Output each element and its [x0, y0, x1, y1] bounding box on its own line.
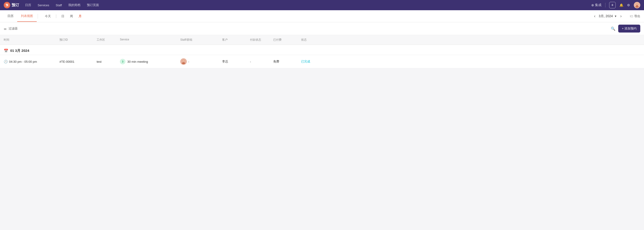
date-group-march-01: 📅 01 3月 2024 — [0, 45, 644, 55]
next-month-button[interactable]: › — [619, 13, 623, 20]
nav-divider — [605, 3, 606, 8]
month-label: 3月, 2024 — [599, 14, 613, 18]
view-day[interactable]: 日 — [60, 13, 66, 19]
booking-id: #TE-00001 — [60, 60, 97, 64]
add-button[interactable]: + — [609, 2, 616, 8]
prev-month-button[interactable]: ‹ — [593, 13, 597, 20]
booking-customer: 李总 — [222, 60, 250, 64]
month-nav-group: ‹ 3月, 2024 ▼ › ↑□ 导出 — [593, 13, 640, 20]
nav-staff[interactable]: Staff — [55, 2, 62, 8]
booking-service-cell: 3 30 min meeting — [120, 59, 180, 64]
export-button[interactable]: ↑□ 导出 — [630, 14, 640, 18]
col-header-actions — [324, 37, 334, 43]
nav-calendar[interactable]: 日历 — [25, 2, 32, 8]
filter-bar: ⚌ 过滤器 🔍 + 添加预约 — [0, 22, 644, 35]
booking-service-name: 30 min meeting — [127, 60, 148, 64]
col-header-payment-status: 付款状态 — [250, 37, 273, 43]
integration-label: 集成 — [595, 3, 602, 7]
col-header-workspace: 工作区 — [97, 37, 120, 43]
tab-list-view[interactable]: 列表视图 — [17, 11, 37, 22]
col-header-time: 时间 — [4, 37, 60, 43]
filter-left-area: ⚌ 过滤器 — [4, 26, 18, 31]
booking-time: 04:30 pm - 05:00 pm — [9, 60, 37, 64]
col-header-staff: Staff/群组 — [180, 37, 222, 43]
booking-payment-status: - — [250, 60, 273, 64]
col-header-status: 状态 — [301, 37, 324, 43]
svg-point-5 — [182, 62, 185, 64]
main-content: 时间 预订ID 工作区 Service Staff/群组 客户 付款状态 已付费… — [0, 35, 644, 230]
filter-right-area: 🔍 + 添加预约 — [611, 25, 640, 32]
filter-label[interactable]: 过滤器 — [8, 26, 18, 31]
view-today[interactable]: 今天 — [44, 13, 52, 19]
svg-point-6 — [183, 60, 184, 62]
clock-icon: 🕓 — [4, 60, 8, 64]
notifications-icon[interactable]: 🔔 — [619, 3, 623, 7]
topnav-right-area: ⊕ 集成 + 🔔 ⚙ — [591, 2, 640, 8]
nav-profile[interactable]: 我的简档 — [68, 2, 81, 8]
service-badge: 3 — [120, 59, 126, 64]
table-header: 时间 预订ID 工作区 Service Staff/群组 客户 付款状态 已付费… — [0, 35, 644, 45]
booking-status: 已完成 — [301, 60, 324, 64]
staff-avatar — [180, 58, 187, 65]
current-month-display[interactable]: 3月, 2024 ▼ — [599, 14, 617, 18]
toolbar-sep — [56, 14, 56, 18]
top-navigation: 预 预订 日历 Services Staff 我的简档 预订页面 ⊕ 集成 + … — [0, 0, 644, 10]
booking-staff-cell: - — [180, 58, 222, 65]
settings-icon[interactable]: ⚙ — [627, 3, 630, 7]
nav-booking-page[interactable]: 预订页面 — [86, 2, 100, 8]
col-header-customer: 客户 — [222, 37, 250, 43]
add-appointment-button[interactable]: + 添加预约 — [618, 25, 640, 32]
col-header-booking-id: 预订ID — [60, 37, 97, 43]
svg-point-2 — [636, 4, 638, 5]
month-dropdown-icon: ▼ — [614, 15, 617, 18]
booking-workspace: test — [97, 60, 120, 64]
app-logo[interactable]: 预 预订 — [4, 2, 19, 8]
svg-rect-3 — [636, 5, 638, 6]
app-name: 预订 — [12, 3, 19, 8]
date-nav-area: 今天 日 周 月 — [44, 13, 83, 19]
logo-icon: 预 — [4, 2, 10, 8]
col-header-fee: 已付费 — [273, 37, 301, 43]
calendar-icon: 📅 — [4, 48, 8, 53]
table-row[interactable]: 🕓 04:30 pm - 05:00 pm #TE-00001 test 3 3… — [0, 55, 644, 68]
view-month[interactable]: 月 — [77, 13, 83, 19]
nav-services[interactable]: Services — [37, 2, 50, 8]
view-toolbar: 日历 列表视图 今天 日 周 月 ‹ 3月, 2024 ▼ › ↑□ 导出 — [0, 10, 644, 22]
staff-secondary: - — [188, 60, 189, 64]
tab-calendar[interactable]: 日历 — [4, 11, 17, 22]
date-group-label: 01 3月 2024 — [10, 48, 29, 53]
integration-icon: ⊕ — [591, 3, 594, 7]
user-avatar[interactable] — [634, 2, 640, 8]
filter-icon: ⚌ — [4, 27, 7, 30]
export-icon: ↑□ — [630, 14, 633, 18]
booking-time-cell: 🕓 04:30 pm - 05:00 pm — [4, 60, 60, 64]
integration-link[interactable]: ⊕ 集成 — [591, 3, 602, 7]
booking-fee: 免费 — [273, 60, 301, 64]
col-header-service: Service — [120, 37, 180, 43]
search-icon[interactable]: 🔍 — [611, 26, 616, 31]
export-label: 导出 — [634, 14, 640, 18]
view-week[interactable]: 周 — [68, 13, 74, 19]
